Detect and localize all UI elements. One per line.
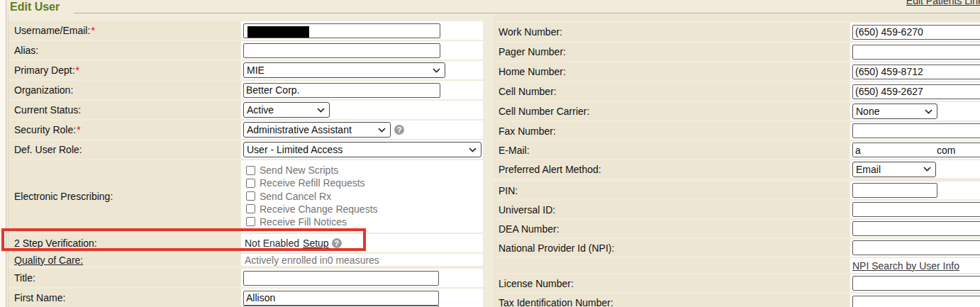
row-electronic-prescribing: Electronic Prescribing: Send New Scripts… bbox=[9, 160, 483, 233]
pager-number-label: Pager Number: bbox=[499, 46, 566, 57]
row-npi-search: NPI Search by User Info bbox=[493, 258, 980, 273]
row-npi: National Provider Id (NPI): bbox=[493, 239, 980, 257]
checkbox-label: Receive Refill Requests bbox=[260, 177, 365, 189]
quality-of-care-link[interactable]: Quality of Care: bbox=[14, 255, 83, 266]
chevron-down-icon bbox=[469, 147, 477, 152]
fieldset-top-rule bbox=[74, 13, 980, 13]
first-name-label: First Name: bbox=[14, 292, 65, 303]
electronic-prescribing-label: Electronic Prescribing: bbox=[14, 191, 113, 202]
row-fax-number: Fax Number: bbox=[493, 122, 980, 140]
required-asterisk: * bbox=[76, 65, 79, 76]
receive-refill-requests-checkbox[interactable] bbox=[246, 179, 255, 188]
row-cell-carrier: Cell Number Carrier: None bbox=[493, 102, 980, 121]
email-input[interactable]: a com bbox=[852, 143, 980, 157]
row-first-name: First Name: bbox=[9, 289, 483, 307]
edit-patients-link[interactable]: Edit Patients Link bbox=[906, 0, 980, 6]
two-step-setup-link[interactable]: Setup bbox=[303, 238, 329, 249]
receive-fill-notices-checkbox[interactable] bbox=[246, 217, 255, 226]
security-role-value: Administrative Assistant bbox=[247, 124, 352, 135]
alert-method-value: Email bbox=[856, 164, 881, 175]
chevron-down-icon bbox=[923, 167, 931, 172]
def-user-role-select[interactable]: User - Limited Access bbox=[243, 142, 481, 157]
dea-number-label: DEA Number: bbox=[499, 223, 559, 235]
npi-label: National Provider Id (NPI): bbox=[499, 242, 614, 254]
current-status-value: Active bbox=[247, 104, 274, 116]
table-top-strip bbox=[493, 15, 980, 21]
npi-input[interactable] bbox=[852, 240, 980, 255]
title-input[interactable] bbox=[243, 271, 439, 286]
row-quality-of-care: Quality of Care: Actively enrolled in0 m… bbox=[9, 254, 483, 266]
first-name-input[interactable] bbox=[243, 291, 439, 306]
tax-id-label: Tax Identification Number: bbox=[499, 297, 613, 307]
redaction-box bbox=[247, 26, 309, 38]
quality-of-care-value: Actively enrolled in0 measures bbox=[245, 255, 379, 266]
email-visible-suffix: com bbox=[937, 145, 955, 156]
username-label: Username/Email: bbox=[14, 25, 90, 36]
edit-user-page: { "colors": { "page_bg": "#F1EBDC", "cel… bbox=[0, 0, 980, 307]
license-number-label: License Number: bbox=[499, 278, 574, 289]
row-def-user-role: Def. User Role: User - Limited Access bbox=[9, 140, 483, 159]
row-current-status: Current Status: Active bbox=[9, 101, 483, 119]
help-icon[interactable]: ? bbox=[332, 238, 342, 248]
checkbox-label: Receive Change Requests bbox=[260, 203, 378, 215]
cell-carrier-select[interactable]: None bbox=[852, 104, 937, 119]
work-number-input[interactable] bbox=[852, 25, 980, 40]
security-role-select[interactable]: Administrative Assistant bbox=[243, 122, 391, 138]
cell-number-label: Cell Number: bbox=[499, 86, 557, 97]
cell-number-input[interactable] bbox=[852, 84, 980, 99]
checkbox-label: Send Cancel Rx bbox=[260, 191, 331, 202]
security-role-label: Security Role: bbox=[14, 124, 76, 135]
def-user-role-value: User - Limited Access bbox=[247, 144, 343, 155]
row-organization: Organization: bbox=[9, 81, 483, 99]
alert-method-label: Preferred Alert Method: bbox=[499, 164, 601, 175]
row-alert-method: Preferred Alert Method: Email bbox=[493, 160, 980, 178]
row-cell-number: Cell Number: bbox=[493, 82, 980, 101]
universal-id-input[interactable] bbox=[852, 202, 980, 217]
alias-input[interactable] bbox=[243, 43, 440, 58]
pin-input[interactable] bbox=[852, 183, 937, 198]
npi-search-link[interactable]: NPI Search by User Info bbox=[852, 260, 959, 272]
row-work-number: Work Number: bbox=[493, 23, 980, 41]
work-number-label: Work Number: bbox=[499, 26, 562, 38]
row-pin: PIN: bbox=[493, 182, 980, 199]
row-two-step-verification: 2 Step Verification: Not Enabled Setup ? bbox=[9, 234, 483, 252]
universal-id-label: Universal ID: bbox=[499, 204, 555, 216]
email-visible-prefix: a bbox=[855, 145, 861, 156]
help-icon[interactable]: ? bbox=[394, 125, 404, 135]
required-asterisk: * bbox=[77, 124, 80, 135]
contact-details-form: Work Number: Pager Number: Home Number: … bbox=[493, 15, 980, 307]
pager-number-input[interactable] bbox=[852, 45, 980, 60]
fax-number-input[interactable] bbox=[852, 123, 980, 138]
chevron-down-icon bbox=[317, 108, 325, 113]
send-cancel-rx-checkbox[interactable] bbox=[246, 191, 255, 201]
email-label: E-Mail: bbox=[499, 145, 530, 156]
send-new-scripts-checkbox[interactable] bbox=[246, 166, 255, 175]
checkbox-label: Receive Fill Notices bbox=[260, 216, 347, 228]
license-number-input[interactable] bbox=[852, 276, 980, 291]
dea-number-input[interactable] bbox=[852, 221, 980, 236]
row-email: E-Mail: a com bbox=[493, 141, 980, 159]
alert-method-select[interactable]: Email bbox=[852, 162, 936, 177]
tax-id-input[interactable] bbox=[852, 296, 980, 307]
alias-label: Alias: bbox=[14, 45, 38, 56]
row-tax-id: Tax Identification Number: bbox=[493, 294, 980, 307]
pin-label: PIN: bbox=[499, 185, 518, 196]
current-status-select[interactable]: Active bbox=[243, 102, 330, 118]
receive-change-requests-checkbox[interactable] bbox=[246, 204, 255, 213]
home-number-input[interactable] bbox=[852, 65, 980, 79]
row-security-role: Security Role:* Administrative Assistant… bbox=[9, 121, 483, 139]
required-asterisk: * bbox=[91, 25, 94, 36]
primary-dept-select[interactable]: MIE bbox=[243, 62, 445, 78]
two-step-verification-label: 2 Step Verification: bbox=[14, 238, 97, 249]
user-details-form: Username/Email:* Alias: Primary Dept:* M… bbox=[9, 21, 483, 307]
organization-input[interactable] bbox=[243, 83, 440, 98]
chevron-down-icon bbox=[433, 68, 440, 73]
row-home-number: Home Number: bbox=[493, 62, 980, 81]
row-pager-number: Pager Number: bbox=[493, 43, 980, 61]
row-title: Title: bbox=[9, 269, 483, 287]
cell-carrier-label: Cell Number Carrier: bbox=[499, 106, 589, 117]
row-license-number: License Number: bbox=[493, 274, 980, 292]
chevron-down-icon bbox=[925, 109, 932, 114]
row-username: Username/Email:* bbox=[9, 21, 483, 40]
current-status-label: Current Status: bbox=[14, 104, 81, 116]
